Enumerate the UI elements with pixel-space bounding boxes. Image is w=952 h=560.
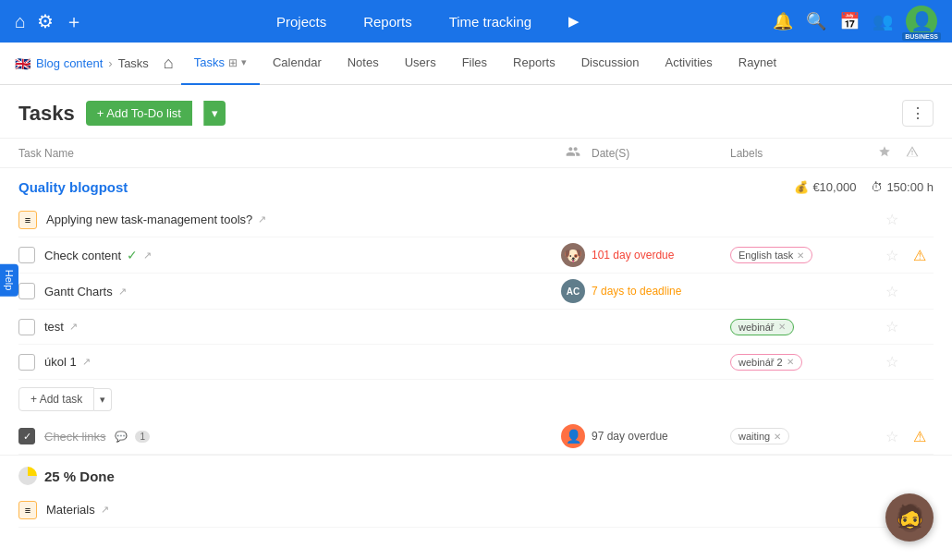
search-icon[interactable]: 🔍 (806, 11, 826, 31)
top-nav: ⌂ ⚙ ＋ Projects Reports Time tracking ▶ 🔔… (0, 0, 952, 43)
section-title[interactable]: Quality blogpost (18, 179, 128, 195)
table-row: Gantt Charts ↗ AC 7 days to deadline ☆ (18, 274, 934, 310)
remove-label-icon[interactable]: ✕ (797, 250, 804, 261)
sub-nav: 🇬🇧 Blog content › Tasks ⌂ Tasks ⊞ ▾ Cale… (0, 43, 952, 85)
task-name[interactable]: Applying new task-management tools? (46, 213, 252, 226)
external-link-icon[interactable]: ↗ (101, 504, 109, 516)
task-name[interactable]: test (44, 320, 64, 334)
task-name[interactable]: Gantt Charts (44, 285, 113, 298)
tab-tasks[interactable]: Tasks ⊞ ▾ (181, 43, 260, 85)
section2-title[interactable]: 25 % Done (44, 469, 115, 484)
add-todo-button[interactable]: + Add To-Do list (86, 101, 192, 126)
add-task-dropdown[interactable]: ▾ (94, 388, 112, 411)
task-checkbox[interactable] (18, 247, 35, 263)
table-row: Check links 💬 1 👤 97 day overdue waiting… (18, 419, 934, 455)
task-name-cell: Check content ✓ ↗ (44, 248, 555, 262)
remove-label-icon[interactable]: ✕ (774, 432, 781, 442)
label-tag: waiting ✕ (730, 428, 789, 444)
task-assignee: 🐶 (555, 243, 592, 267)
calendar-icon[interactable]: 📅 (839, 11, 860, 31)
task-checkbox[interactable] (18, 283, 35, 299)
progress-circle (18, 467, 37, 485)
task-checkbox[interactable] (18, 319, 35, 335)
sub-nav-tabs: ⌂ Tasks ⊞ ▾ Calendar Notes Users Files R… (164, 43, 937, 85)
task-star[interactable]: ☆ (878, 211, 906, 228)
tab-files[interactable]: Files (449, 43, 500, 85)
task-star[interactable]: ☆ (878, 353, 906, 371)
col-star-icon (878, 145, 906, 161)
task-type-icon: ≡ (18, 501, 37, 519)
section-materials: ≡ Materials ↗ (0, 493, 952, 528)
chat-avatar-image: 🧔 (894, 503, 926, 533)
raynet-tab-label: Raynet (738, 55, 776, 69)
task-name[interactable]: Materials (46, 503, 95, 517)
task-star[interactable]: ☆ (878, 318, 906, 335)
task-star[interactable]: ☆ (878, 247, 906, 264)
tab-discussion[interactable]: Discussion (568, 43, 653, 85)
help-tab[interactable]: Help (0, 264, 18, 297)
calendar-tab-label: Calendar (273, 55, 322, 69)
clock-icon: ⏱ (871, 180, 883, 194)
task-assignee: AC (555, 279, 592, 303)
timetracking-link[interactable]: Time tracking (449, 14, 531, 30)
external-link-icon[interactable]: ↗ (143, 250, 152, 262)
tab-users[interactable]: Users (392, 43, 449, 85)
task-dates: 101 day overdue (592, 249, 730, 262)
task-checkbox[interactable] (18, 354, 35, 371)
external-link-icon[interactable]: ↗ (118, 286, 127, 298)
section-header: Quality blogpost 💰 €10,000 ⏱ 150:00 h (18, 168, 934, 202)
add-task-button[interactable]: + Add task (18, 387, 94, 411)
comment-count: 1 (135, 431, 150, 443)
remove-label-icon[interactable]: ✕ (787, 357, 794, 367)
add-task-row: + Add task ▾ (18, 380, 934, 419)
more-options-button[interactable]: ⋮ (902, 100, 934, 127)
discussion-tab-label: Discussion (581, 55, 640, 69)
tab-calendar[interactable]: Calendar (260, 43, 335, 85)
tasks-header: Tasks + Add To-Do list ▾ ⋮ (0, 85, 952, 139)
task-labels: webinář ✕ (730, 319, 878, 335)
users-icon[interactable]: 👥 (873, 11, 893, 31)
task-name[interactable]: Check content (44, 249, 121, 262)
external-link-icon[interactable]: ↗ (69, 321, 78, 333)
task-name[interactable]: úkol 1 (44, 355, 77, 369)
avatar: AC (561, 279, 585, 303)
add-todo-dropdown-button[interactable]: ▾ (203, 101, 226, 126)
reports-tab-label: Reports (513, 55, 555, 69)
tab-raynet[interactable]: Raynet (726, 43, 789, 85)
tab-activities[interactable]: Activities (653, 43, 726, 85)
gear-icon[interactable]: ⚙ (37, 10, 54, 32)
play-btn[interactable]: ▶ (568, 13, 580, 30)
home-icon[interactable]: ⌂ (15, 11, 26, 32)
task-star[interactable]: ☆ (878, 428, 906, 445)
breadcrumb-parent[interactable]: Blog content (36, 56, 103, 70)
bell-icon[interactable]: 🔔 (773, 11, 793, 31)
task-name-cell: úkol 1 ↗ (44, 355, 555, 369)
activities-tab-label: Activities (665, 55, 713, 69)
notes-tab-label: Notes (348, 55, 379, 69)
user-avatar[interactable]: 👤 BUSINESS (906, 6, 937, 37)
flag-icon: 🇬🇧 (15, 56, 31, 71)
chat-avatar[interactable]: 🧔 (885, 493, 934, 542)
reports-link[interactable]: Reports (363, 14, 412, 30)
projects-link[interactable]: Projects (276, 14, 326, 30)
col-dates: Date(S) (592, 147, 730, 160)
external-link-icon[interactable]: ↗ (258, 213, 266, 225)
add-icon[interactable]: ＋ (65, 9, 83, 34)
section-25-done: 25 % Done (0, 455, 952, 493)
task-name[interactable]: Check links (44, 430, 105, 444)
section-quality-blogpost: Quality blogpost 💰 €10,000 ⏱ 150:00 h ≡ … (0, 168, 952, 455)
tasks-tab-chevron[interactable]: ▾ (241, 56, 247, 68)
check-mark-icon: ✓ (127, 248, 138, 262)
external-link-icon[interactable]: ↗ (82, 356, 91, 368)
avatar: 🐶 (561, 243, 585, 267)
business-badge: BUSINESS (902, 32, 941, 41)
home-tab-icon[interactable]: ⌂ (164, 54, 174, 73)
tab-notes[interactable]: Notes (335, 43, 392, 85)
col-labels: Labels (730, 147, 878, 160)
tab-reports[interactable]: Reports (500, 43, 568, 85)
label-tag: webinář ✕ (730, 319, 794, 335)
task-checkbox-checked[interactable] (18, 428, 35, 444)
date-text: 97 day overdue (592, 430, 668, 443)
task-star[interactable]: ☆ (878, 283, 906, 300)
remove-label-icon[interactable]: ✕ (778, 322, 786, 332)
